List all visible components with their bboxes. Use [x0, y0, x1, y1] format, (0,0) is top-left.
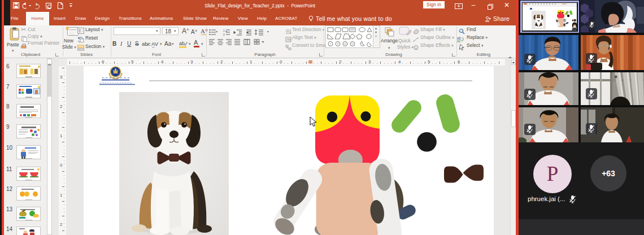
- svg-text:1: 1: [223, 29, 225, 32]
- svg-text:ab: ab: [179, 41, 185, 46]
- svg-text:12: 12: [351, 42, 354, 45]
- svg-text:2: 2: [223, 33, 225, 36]
- svg-text:A: A: [201, 28, 205, 34]
- svg-text:8: 8: [337, 42, 339, 45]
- svg-text:10: 10: [344, 42, 347, 45]
- svg-text:A: A: [194, 40, 198, 46]
- svg-text:7: 7: [330, 42, 332, 45]
